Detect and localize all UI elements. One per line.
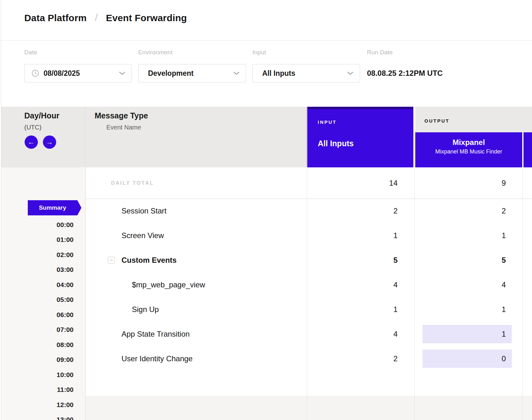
daily-total-label: DAILY TOTAL xyxy=(111,180,154,186)
input-value-cell: 1 xyxy=(393,305,398,314)
event-forwarding-page: Data Platform / Event Forwarding Date 08… xyxy=(0,0,532,420)
timeline-hour[interactable]: 08:00 xyxy=(0,337,74,352)
minus-icon: − xyxy=(110,258,113,263)
table-row: −Custom Events55 xyxy=(85,248,532,273)
table-row: Session Start22 xyxy=(85,199,532,223)
day-hour-subtitle: (UTC) xyxy=(24,124,41,131)
environment-value: Development xyxy=(148,69,193,78)
event-name-subtitle: Event Name xyxy=(106,124,141,131)
output-value-cell: 1 xyxy=(502,330,506,339)
timeline-hour[interactable]: 01:00 xyxy=(0,232,74,248)
row-label: App State Transition xyxy=(121,330,190,339)
timeline-hour[interactable]: 07:00 xyxy=(0,322,74,338)
row-label: Screen View xyxy=(121,231,164,240)
output-column-gap xyxy=(522,132,523,167)
table-row: $mp_web_page_view44 xyxy=(85,273,532,297)
previous-day-button[interactable]: ← xyxy=(25,135,38,149)
input-section-label: INPUT xyxy=(318,119,337,125)
table-row: User Identity Change20 xyxy=(85,346,532,371)
timeline-hour[interactable]: 12:00 xyxy=(0,397,74,412)
timeline-hour[interactable]: 13:00 xyxy=(0,412,74,420)
chevron-down-icon xyxy=(347,72,353,75)
breadcrumb-data-platform[interactable]: Data Platform xyxy=(24,13,87,23)
chevron-down-icon xyxy=(233,72,239,75)
output-column-header-next[interactable] xyxy=(523,132,532,167)
output-value-cell: 1 xyxy=(502,231,506,240)
output-highlight-cell xyxy=(423,350,512,368)
output-value-cell: 4 xyxy=(502,280,506,289)
message-type-rows: Session Start22Screen View11−Custom Even… xyxy=(85,199,532,371)
input-selected-indicator xyxy=(307,107,413,109)
environment-filter-label: Environment xyxy=(138,49,173,56)
summary-badge[interactable]: Summary xyxy=(28,200,81,215)
timeline-hours: 00:0001:0002:0003:0004:0005:0006:0007:00… xyxy=(0,217,74,420)
timeline-hour[interactable]: 04:00 xyxy=(0,277,74,292)
timeline-hour[interactable]: 03:00 xyxy=(0,262,74,278)
date-filter-label: Date xyxy=(24,49,37,56)
date-dropdown[interactable]: 08/08/2025 xyxy=(24,64,132,82)
next-day-button[interactable]: → xyxy=(43,135,56,149)
arrow-right-icon: → xyxy=(46,139,53,146)
output-highlight-cell xyxy=(423,325,512,343)
input-filter-label: Input xyxy=(252,49,266,56)
timeline-hour[interactable]: 02:00 xyxy=(0,247,74,262)
row-label: User Identity Change xyxy=(121,354,192,363)
input-value-cell: 1 xyxy=(393,231,398,240)
timeline-hour[interactable]: 05:00 xyxy=(0,292,74,308)
row-label: $mp_web_page_view xyxy=(132,280,205,289)
output-column-header-mixpanel[interactable]: Mixpanel Mixpanel MB Music Finder xyxy=(415,132,522,167)
timeline-hour[interactable]: 11:00 xyxy=(0,382,74,398)
environment-dropdown[interactable]: Development xyxy=(138,64,246,82)
row-label: Custom Events xyxy=(121,256,177,265)
breadcrumb: Data Platform / Event Forwarding xyxy=(24,12,187,24)
output-column-subtitle: Mixpanel MB Music Finder xyxy=(415,147,522,156)
output-value-cell: 0 xyxy=(502,354,506,363)
input-value-cell: 5 xyxy=(393,256,398,265)
collapse-toggle[interactable]: − xyxy=(108,257,115,264)
daily-total-row: DAILY TOTAL 14 9 xyxy=(85,167,532,199)
breadcrumb-separator: / xyxy=(95,12,98,23)
timeline-hour[interactable]: 06:00 xyxy=(0,307,74,322)
output-value-cell: 5 xyxy=(502,256,506,265)
daily-total-output-value: 9 xyxy=(502,179,506,188)
message-type-title: Message Type xyxy=(95,111,148,120)
input-value: All Inputs xyxy=(262,69,295,78)
table-row: Sign Up11 xyxy=(85,297,532,322)
input-column-title: All Inputs xyxy=(318,139,354,148)
arrow-left-icon: ← xyxy=(28,139,35,146)
daily-total-input-value: 14 xyxy=(389,179,398,188)
row-label: Sign Up xyxy=(132,305,159,314)
input-value-cell: 2 xyxy=(393,354,398,363)
date-value: 08/08/2025 xyxy=(44,69,80,78)
input-value-cell: 4 xyxy=(393,330,398,339)
input-value-cell: 2 xyxy=(393,207,398,215)
input-value-cell: 4 xyxy=(393,280,398,289)
summary-label: Summary xyxy=(39,204,66,211)
day-hour-title: Day/Hour xyxy=(24,111,59,120)
output-column-title: Mixpanel xyxy=(415,137,522,147)
run-date-label: Run Date xyxy=(367,49,393,56)
page-title: Event Forwarding xyxy=(106,13,187,23)
timeline-hour[interactable]: 09:00 xyxy=(0,352,74,368)
header-divider xyxy=(0,40,532,41)
table-row: Screen View11 xyxy=(85,223,532,248)
table-row: App State Transition41 xyxy=(85,322,532,346)
run-date-value: 08.08.25 2:12PM UTC xyxy=(367,69,443,78)
timeline-hour[interactable]: 00:00 xyxy=(0,217,74,232)
row-label: Session Start xyxy=(121,207,167,215)
table-footer-band xyxy=(85,396,532,420)
chevron-down-icon xyxy=(119,72,125,75)
output-section-label: OUTPUT xyxy=(424,118,450,123)
output-value-cell: 2 xyxy=(502,207,506,215)
input-column-header[interactable]: INPUT All Inputs xyxy=(307,107,413,167)
input-dropdown[interactable]: All Inputs xyxy=(252,64,360,82)
clock-icon xyxy=(32,69,39,77)
output-value-cell: 1 xyxy=(502,305,506,314)
timeline-hour[interactable]: 10:00 xyxy=(0,367,74,382)
